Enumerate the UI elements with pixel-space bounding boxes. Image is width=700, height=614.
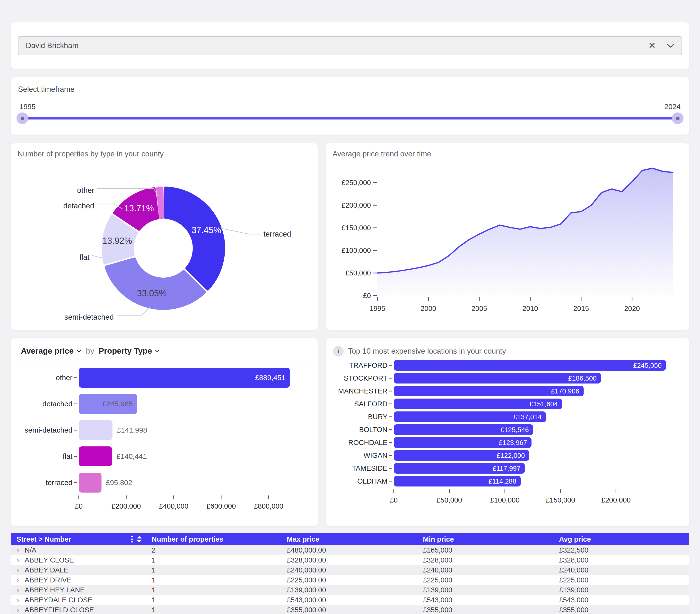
x-tick-label: £200,000 (601, 496, 631, 504)
row-expand-chevron-icon[interactable]: › (16, 586, 19, 594)
row-expand-chevron-icon[interactable]: › (16, 596, 19, 604)
donut-label-flat: flat (79, 253, 90, 261)
bar-category-label: MANCHESTER (338, 387, 387, 395)
avg-price-cell: £543,000 (553, 596, 689, 604)
column-header-avg-price[interactable]: Avg price (553, 535, 689, 543)
user-select-value: David Brickham (26, 41, 78, 50)
bar-value-label: £889,451 (255, 373, 285, 382)
donut-slice-terraced[interactable] (165, 188, 224, 289)
user-select-card: David Brickham ✕ (11, 22, 689, 69)
row-expand-chevron-icon[interactable]: › (16, 546, 19, 554)
bar-category-label: terraced (46, 478, 72, 486)
donut-leader-line (92, 256, 102, 258)
column-header-min-price[interactable]: Min price (417, 535, 553, 543)
slider-track[interactable] (21, 117, 679, 119)
table-row[interactable]: › N/A 2 £480,000.00 £165,000 £322,500 (11, 545, 689, 555)
count-cell: 1 (146, 576, 281, 584)
donut-label-terraced: terraced (263, 230, 291, 238)
trend-chart-title: Average price trend over time (333, 150, 683, 158)
dashboard: David Brickham ✕ Select timeframe 1995 2… (0, 22, 700, 614)
properties-by-type-card: Number of properties by type in your cou… (11, 143, 318, 330)
chevron-down-icon[interactable] (667, 44, 674, 48)
column-menu-icon[interactable] (131, 536, 133, 542)
street-cell: ABBEY DALE (25, 566, 68, 574)
x-tick-label: 2005 (472, 305, 487, 312)
bar-value-label: £123,967 (499, 439, 527, 446)
avg-price-cell: £355,000 (553, 606, 689, 614)
info-icon[interactable]: i (333, 346, 344, 357)
x-tick-label: £100,000 (490, 496, 520, 504)
street-cell: ABBEYFIELD CLOSE (25, 606, 94, 614)
user-select-controls: ✕ (649, 41, 674, 50)
street-cell: ABBEY HEY LANE (25, 586, 85, 594)
street-cell: ABBEY DRIVE (25, 576, 72, 584)
bar-value-label: £245,050 (633, 362, 662, 369)
streets-table: Street > Number Number of properties Max… (11, 533, 689, 614)
donut-leader-line (221, 228, 262, 234)
avg-price-by-type-bar-chart: other£889,451detached£245,985semi-detach… (17, 361, 307, 511)
timeframe-label: Select timeframe (18, 85, 682, 94)
table-row[interactable]: › ABBEY DALE 1 £240,000.00 £240,000 £240… (11, 565, 689, 575)
bar-category-label: STOCKPORT (344, 374, 388, 382)
table-row[interactable]: › ABBEY DRIVE 1 £225,000.00 £225,000 £22… (11, 575, 689, 585)
count-cell: 1 (146, 586, 281, 594)
bar-category-label: TRAFFORD (349, 361, 387, 369)
bar-terraced[interactable] (79, 473, 102, 493)
properties-by-type-donut-chart: 37.45%terraced33.05%semi-detached13.92%f… (17, 158, 307, 322)
max-price-cell: £240,000.00 (281, 566, 417, 574)
max-price-cell: £355,000.00 (281, 606, 417, 614)
max-price-cell: £225,000.00 (281, 576, 417, 584)
user-select[interactable]: David Brickham ✕ (18, 36, 682, 55)
bar-value-label: £140,441 (116, 452, 147, 460)
dimension-dropdown-value: Property Type (99, 346, 152, 356)
row-expand-chevron-icon[interactable]: › (16, 566, 19, 574)
bar-value-label: £122,000 (497, 452, 525, 459)
table-header-icons (131, 536, 142, 542)
timeframe-slider[interactable] (18, 112, 682, 124)
count-cell: 1 (146, 596, 281, 604)
dimension-dropdown[interactable]: Property Type (99, 346, 160, 356)
bar-category-label: SALFORD (354, 400, 387, 408)
metric-dropdown[interactable]: Average price (21, 346, 82, 356)
row-expand-chevron-icon[interactable]: › (16, 576, 19, 584)
bar-category-label: BOLTON (359, 426, 387, 434)
bar-value-label: £170,906 (551, 387, 579, 395)
row-expand-chevron-icon[interactable]: › (16, 556, 19, 564)
table-body: › N/A 2 £480,000.00 £165,000 £322,500 › … (11, 545, 689, 614)
sort-icon[interactable] (136, 536, 142, 542)
timeframe-min-label: 1995 (20, 102, 36, 111)
bar-category-label: other (56, 373, 72, 382)
count-cell: 1 (146, 606, 281, 614)
donut-leader-line (117, 307, 150, 315)
chevron-down-icon (155, 349, 160, 353)
slider-handle-max[interactable] (672, 113, 684, 124)
donut-label-other: other (77, 186, 94, 194)
column-header-max-price[interactable]: Max price (281, 535, 417, 543)
slider-handle-min[interactable] (16, 113, 28, 124)
bar-value-label: £95,802 (106, 478, 132, 486)
x-tick-label: 2000 (421, 305, 436, 312)
column-header-street[interactable]: Street > Number (11, 535, 146, 543)
table-row[interactable]: › ABBEYFIELD CLOSE 1 £355,000.00 £355,00… (11, 605, 689, 614)
street-cell: ABBEY CLOSE (25, 556, 74, 564)
chevron-down-icon (77, 349, 82, 353)
x-tick-label: £800,000 (254, 502, 284, 510)
bar-TRAFFORD[interactable] (394, 360, 666, 371)
bar-flat[interactable] (79, 446, 112, 466)
table-row[interactable]: › ABBEY HEY LANE 1 £139,000.00 £139,000 … (11, 585, 689, 595)
table-row[interactable]: › ABBEY CLOSE 1 £328,000.00 £328,000 £32… (11, 555, 689, 565)
row-expand-chevron-icon[interactable]: › (16, 605, 19, 614)
timeframe-range-labels: 1995 2024 (18, 102, 682, 111)
table-row[interactable]: › ABBEYDALE CLOSE 1 £543,000.00 £543,000… (11, 595, 689, 605)
clear-selection-icon[interactable]: ✕ (649, 41, 656, 50)
bar-value-label: £141,998 (117, 426, 147, 434)
bar-semi-detached[interactable] (79, 420, 113, 440)
top10-locations-card: i Top 10 most expensive locations in you… (326, 338, 689, 526)
column-header-count[interactable]: Number of properties (146, 535, 281, 543)
bar-value-label: £245,985 (102, 400, 133, 408)
y-tick-label: £100,000 (341, 246, 371, 254)
count-cell: 1 (146, 566, 281, 574)
donut-chart-title: Number of properties by type in your cou… (17, 150, 311, 158)
by-label: by (86, 346, 94, 356)
x-tick-label: £200,000 (112, 502, 141, 510)
